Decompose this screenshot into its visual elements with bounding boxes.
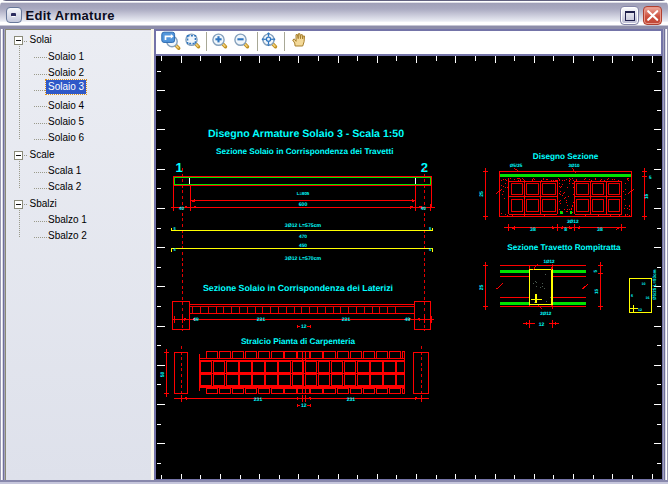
svg-text:Ø5/25: Ø5/25 xyxy=(510,163,523,168)
svg-text:Stralcio Pianta di Carpenteria: Stralcio Pianta di Carpenteria xyxy=(241,337,356,346)
svg-text:1: 1 xyxy=(175,160,182,175)
svg-text:5: 5 xyxy=(173,247,176,252)
svg-text:Sezione Solaio in Corrisponden: Sezione Solaio in Corrispondenza dei Lat… xyxy=(203,283,393,293)
svg-text:3Ø12: 3Ø12 xyxy=(567,219,579,225)
svg-text:15: 15 xyxy=(594,289,599,295)
svg-text:16: 16 xyxy=(646,296,650,300)
svg-text:50: 50 xyxy=(160,372,166,378)
svg-text:5: 5 xyxy=(631,294,633,298)
svg-text:600: 600 xyxy=(299,202,308,208)
svg-text:231: 231 xyxy=(254,397,263,403)
svg-text:Disegno Armature Solaio 3 - Sc: Disegno Armature Solaio 3 - Scala 1:50 xyxy=(208,128,404,140)
svg-text:38: 38 xyxy=(530,227,536,233)
svg-text:40: 40 xyxy=(421,206,427,212)
svg-text:Ø5/25 L=93cm: Ø5/25 L=93cm xyxy=(652,270,657,300)
svg-text:2Ø12: 2Ø12 xyxy=(540,311,552,316)
svg-text:Sezione Travetto Rompitratta: Sezione Travetto Rompitratta xyxy=(507,243,621,252)
svg-text:Sezione Solaio in Corrisponden: Sezione Solaio in Corrispondenza dei Tra… xyxy=(216,147,393,156)
svg-text:470: 470 xyxy=(299,234,307,240)
svg-text:231: 231 xyxy=(347,397,356,403)
svg-text:1Ø12: 1Ø12 xyxy=(543,259,555,264)
svg-text:3Ø12 L=570cm: 3Ø12 L=570cm xyxy=(285,256,322,262)
svg-text:231: 231 xyxy=(257,317,266,323)
svg-text:5: 5 xyxy=(649,175,652,180)
svg-text:3Ø10: 3Ø10 xyxy=(568,163,580,168)
svg-text:49: 49 xyxy=(405,317,411,323)
svg-text:2: 2 xyxy=(421,160,428,175)
svg-text:38: 38 xyxy=(597,227,603,233)
svg-text:Disegno Sezione: Disegno Sezione xyxy=(533,152,599,161)
svg-text:5: 5 xyxy=(429,247,432,252)
svg-text:12: 12 xyxy=(638,308,642,312)
svg-text:L=605: L=605 xyxy=(297,191,310,196)
svg-text:10: 10 xyxy=(642,282,646,286)
svg-text:12: 12 xyxy=(301,403,307,409)
svg-text:40: 40 xyxy=(179,206,185,212)
svg-text:12: 12 xyxy=(301,324,307,330)
svg-text:16: 16 xyxy=(644,194,649,200)
svg-text:49: 49 xyxy=(193,317,199,323)
svg-text:450: 450 xyxy=(299,243,307,249)
svg-text:12: 12 xyxy=(539,322,545,328)
svg-text:3Ø12 L=575cm: 3Ø12 L=575cm xyxy=(285,223,322,229)
svg-text:25: 25 xyxy=(479,285,485,291)
svg-text:8: 8 xyxy=(564,227,567,233)
svg-text:5: 5 xyxy=(594,270,599,273)
svg-text:231: 231 xyxy=(342,317,351,323)
svg-text:25: 25 xyxy=(479,191,485,197)
